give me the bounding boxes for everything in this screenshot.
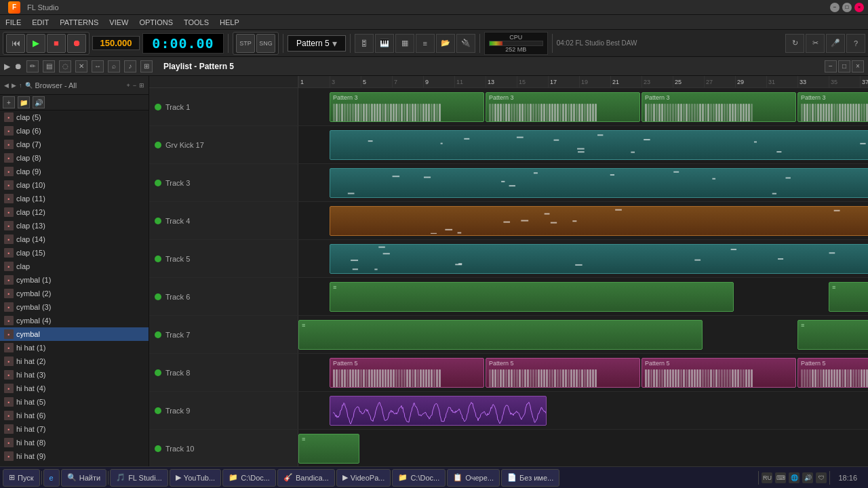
rewind-button[interactable]: ⏮ <box>6 34 25 53</box>
browser-btn[interactable]: 📂 <box>436 34 455 53</box>
search-button[interactable]: 🔍 Найти <box>61 469 106 487</box>
pl-mute-btn[interactable]: ✕ <box>75 60 87 73</box>
pattern-block[interactable] <box>330 396 547 426</box>
menu-view[interactable]: VIEW <box>104 17 134 28</box>
pattern-block[interactable]: Pattern 3 <box>486 92 640 122</box>
browser-item[interactable]: ▪ hi hat (1) <box>0 341 149 354</box>
browser-item[interactable]: ▪ cymbal (4) <box>0 314 149 327</box>
taskbar-app-btn[interactable]: 🎸Bandica... <box>277 469 335 487</box>
pattern-block[interactable]: ≡ <box>298 320 703 350</box>
pattern-block[interactable] <box>330 206 868 236</box>
pattern-block[interactable] <box>330 244 868 274</box>
menu-file[interactable]: FILE <box>0 17 26 28</box>
browser-item[interactable]: ▪ clap (10) <box>0 178 149 192</box>
track-content[interactable]: ≡≡ <box>298 278 868 316</box>
pl-restore-btn[interactable]: □ <box>838 60 850 73</box>
ie-btn[interactable]: e <box>43 469 60 487</box>
close-button[interactable]: × <box>854 3 864 12</box>
browser-item[interactable]: ▪ cymbal (1) <box>0 273 149 287</box>
browser-item[interactable]: ▪ hi hat (4) <box>0 382 149 395</box>
pl-draw-btn[interactable]: ✏ <box>26 60 39 73</box>
browser-expand-icon[interactable]: ⊞ <box>139 82 144 89</box>
update-btn[interactable]: ↻ <box>785 34 804 53</box>
pattern-block[interactable]: ≡ <box>797 320 868 350</box>
stop-button[interactable]: ■ <box>47 34 66 53</box>
track-content[interactable] <box>298 240 868 278</box>
pattern-block[interactable]: ≡ <box>829 282 868 312</box>
browser-item[interactable]: ▪ hi hat (6) <box>0 409 149 422</box>
step-mode-btn[interactable]: STP <box>236 34 255 53</box>
pattern-block[interactable]: Pattern 5 <box>486 358 640 388</box>
browser-item[interactable]: ▪ clap (5) <box>0 110 149 124</box>
browser-item[interactable]: ▪ hi hat (7) <box>0 422 149 436</box>
pattern-block[interactable]: ≡ <box>330 282 734 312</box>
pattern-block[interactable]: Pattern 5 <box>797 358 868 388</box>
browser-item[interactable]: ▪ clap (6) <box>0 124 149 138</box>
browser-item[interactable]: ▪ clap (8) <box>0 151 149 165</box>
taskbar-app-btn[interactable]: 📁C:\Doc... <box>392 469 446 487</box>
track-content[interactable]: ≡≡ <box>298 316 868 354</box>
browser-item[interactable]: ▪ clap (12) <box>0 205 149 219</box>
pl-snap-btn[interactable]: ⊞ <box>140 60 153 73</box>
lang-indicator[interactable]: RU <box>762 472 772 483</box>
track-content[interactable]: Pattern 5Pattern 5Pattern 5Pattern 5Patt… <box>298 354 868 392</box>
browser-item[interactable]: ▪ cymbal (2) <box>0 287 149 300</box>
browser-item[interactable]: ▪ cymbal <box>0 327 149 341</box>
menu-tools[interactable]: TOOLS <box>178 17 214 28</box>
browser-nav-left[interactable]: ◀ <box>4 82 9 89</box>
maximize-button[interactable]: □ <box>842 3 852 12</box>
pl-minimize-btn[interactable]: − <box>825 60 837 73</box>
pattern-block[interactable]: Pattern 5 <box>642 358 796 388</box>
piano-roll-btn[interactable]: 🎹 <box>375 34 394 53</box>
browser-item[interactable]: ▪ hi hat (5) <box>0 395 149 409</box>
track-content[interactable] <box>298 126 868 164</box>
browser-item[interactable]: ▪ cymbal (3) <box>0 300 149 314</box>
pl-erase-btn[interactable]: ◌ <box>59 60 71 73</box>
pl-volume-btn[interactable]: ♪ <box>124 60 136 73</box>
pattern-block[interactable]: Pattern 3 <box>330 92 484 122</box>
record-button[interactable]: ⏺ <box>67 34 86 53</box>
song-mode-btn[interactable]: SNG <box>256 34 275 53</box>
pattern-selector[interactable]: Pattern 5 ▾ <box>288 35 346 52</box>
browser-minus-icon[interactable]: − <box>133 82 136 89</box>
browser-add-icon[interactable]: + <box>126 82 130 89</box>
browser-search-icon[interactable]: 🔍 <box>25 82 33 89</box>
pattern-block[interactable] <box>330 130 868 160</box>
pattern-block[interactable]: Pattern 5 <box>330 358 484 388</box>
track-content[interactable] <box>298 202 868 240</box>
browser-item[interactable]: ▪ clap (13) <box>0 219 149 232</box>
playlist-btn[interactable]: ≡ <box>416 34 435 53</box>
pattern-block[interactable] <box>330 168 868 198</box>
pattern-block[interactable]: ≡ <box>298 434 359 464</box>
menu-options[interactable]: OPTIONS <box>134 17 178 28</box>
browser-folder-btn[interactable]: 📁 <box>18 96 30 108</box>
volume-icon[interactable]: 🔊 <box>802 472 813 483</box>
bpm-display[interactable]: 150.000 <box>92 36 140 50</box>
pl-select-btn[interactable]: ▤ <box>43 60 55 73</box>
pattern-block[interactable]: Pattern 3 <box>642 92 796 122</box>
undo-btn[interactable]: ✂ <box>806 34 825 53</box>
pattern-block[interactable]: Pattern 3 <box>797 92 868 122</box>
browser-item[interactable]: ▪ clap (15) <box>0 246 149 260</box>
track-content[interactable]: ≡ <box>298 430 868 466</box>
channel-rack-btn[interactable]: ▦ <box>395 34 414 53</box>
plugin-picker-btn[interactable]: 🔌 <box>456 34 475 53</box>
mixer-view-btn[interactable]: 🎛 <box>355 34 374 53</box>
browser-nav-right[interactable]: ▶ <box>12 82 16 89</box>
browser-add-btn[interactable]: + <box>3 96 15 108</box>
browser-speaker-btn[interactable]: 🔊 <box>33 96 45 108</box>
browser-item[interactable]: ▪ clap (9) <box>0 165 149 178</box>
taskbar-app-btn[interactable]: 📄Без име... <box>501 469 559 487</box>
browser-item[interactable]: ▪ hi hat (9) <box>0 449 149 463</box>
track-content[interactable] <box>298 164 868 202</box>
menu-help[interactable]: HELP <box>214 17 245 28</box>
menu-edit[interactable]: EDIT <box>26 17 54 28</box>
menu-patterns[interactable]: PATTERNS <box>54 17 104 28</box>
taskbar-app-btn[interactable]: 🎵FL Studi... <box>110 469 168 487</box>
taskbar-app-btn[interactable]: ▶YouTub... <box>170 469 221 487</box>
pl-zoom-btn[interactable]: ⌕ <box>108 60 120 73</box>
tracks-scroll[interactable]: 1357911131517192123252729313335373941 Tr… <box>149 76 868 466</box>
browser-item[interactable]: ▪ hi hat (3) <box>0 368 149 382</box>
pl-close-btn[interactable]: × <box>852 60 864 73</box>
taskbar-app-btn[interactable]: 📁C:\Doc... <box>222 469 276 487</box>
